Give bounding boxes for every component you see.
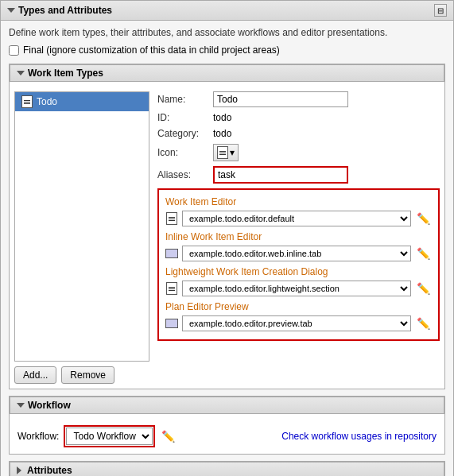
workflow-label: Workflow: <box>17 431 59 442</box>
inline-editor-label: Inline Work Item Editor <box>165 231 432 242</box>
plan-editor-label: Plan Editor Preview <box>165 301 432 312</box>
plan-editor-row: example.todo.editor.preview.tab ✏️ <box>165 315 432 331</box>
work-item-types-label: Work Item Types <box>28 68 103 79</box>
lightweight-editor-row: example.todo.editor.lightweight.section … <box>165 281 432 296</box>
workflow-collapse-icon <box>17 403 25 408</box>
monitor-icon <box>165 249 178 258</box>
type-list-box[interactable]: Todo <box>14 91 149 362</box>
workflow-edit-btn[interactable]: ✏️ <box>160 430 177 443</box>
work-item-editor-select[interactable]: example.todo.editor.default <box>182 211 411 226</box>
final-checkbox-label: Final (ignore customization of this data… <box>23 45 280 56</box>
types-and-attributes-panel: Types and Attributes ⊟ Define work item … <box>0 0 454 476</box>
aliases-label: Aliases: <box>157 169 213 180</box>
todo-type-icon <box>21 95 33 108</box>
lightweight-editor-icon <box>165 282 178 295</box>
work-item-editor-row: example.todo.editor.default ✏️ <box>165 211 432 226</box>
plan-editor-select[interactable]: example.todo.editor.preview.tab <box>182 315 411 331</box>
attributes-header: Attributes <box>10 462 444 476</box>
name-row: Name: <box>157 91 440 107</box>
icon-button[interactable]: ▾ <box>213 144 239 161</box>
workflow-section-header: Workflow <box>10 397 444 414</box>
panel-body: Define work item types, their attributes… <box>1 21 453 476</box>
workflow-section-label: Workflow <box>28 400 71 411</box>
lightweight-editor-edit-btn[interactable]: ✏️ <box>415 282 432 295</box>
editors-box: Work Item Editor example.todo.editor.def… <box>157 188 440 341</box>
type-list: Todo Add... Remove <box>14 91 149 384</box>
work-item-editor-icon <box>165 212 178 225</box>
work-item-types-header: Work Item Types <box>10 64 444 82</box>
name-label: Name: <box>157 94 213 105</box>
attributes-label: Attributes <box>27 465 72 476</box>
final-checkbox[interactable] <box>9 45 19 56</box>
work-item-editor-edit-btn[interactable]: ✏️ <box>415 212 432 225</box>
add-button[interactable]: Add... <box>14 366 56 384</box>
attributes-section: Attributes <box>9 461 445 476</box>
lightweight-label: Lightweight Work Item Creation Dialog <box>165 266 432 277</box>
icon-doc-icon <box>217 146 228 159</box>
inline-editor-edit-btn[interactable]: ✏️ <box>415 247 432 260</box>
id-label: ID: <box>157 112 213 123</box>
doc-list-icon-2 <box>166 282 177 295</box>
inline-editor-icon <box>165 247 178 260</box>
panel-header: Types and Attributes ⊟ <box>1 1 453 21</box>
id-value: todo <box>213 112 231 123</box>
icon-label: Icon: <box>157 147 213 158</box>
name-input[interactable] <box>213 91 348 107</box>
aliases-row: Aliases: <box>157 166 440 184</box>
workflow-select[interactable]: Todo Workflow <box>66 428 153 445</box>
type-properties: Name: ID: todo Category: todo Icon: <box>157 91 440 384</box>
final-checkbox-row: Final (ignore customization of this data… <box>9 45 445 56</box>
work-item-types-section: Work Item Types Todo Add... <box>9 64 445 389</box>
workflow-left: Workflow: Todo Workflow ✏️ <box>17 425 177 447</box>
panel-header-left: Types and Attributes <box>7 5 112 16</box>
workflow-body: Workflow: Todo Workflow ✏️ Check workflo… <box>10 419 444 454</box>
workflow-select-wrapper: Todo Workflow <box>64 425 155 447</box>
category-row: Category: todo <box>157 128 440 139</box>
type-buttons: Add... Remove <box>14 366 149 384</box>
panel-title: Types and Attributes <box>18 5 112 16</box>
remove-button[interactable]: Remove <box>61 366 114 384</box>
lightweight-editor-select[interactable]: example.todo.editor.lightweight.section <box>182 281 411 296</box>
plan-editor-icon <box>165 317 178 330</box>
inline-editor-select[interactable]: example.todo.editor.web.inline.tab <box>182 246 411 261</box>
collapse-triangle-icon <box>7 8 15 13</box>
work-item-types-inner: Todo Add... Remove Name: ID: <box>10 87 444 389</box>
monitor-icon-2 <box>165 319 178 328</box>
workflow-section: Workflow Workflow: Todo Workflow ✏️ Chec… <box>9 396 445 455</box>
list-item[interactable]: Todo <box>15 92 149 111</box>
icon-row: Icon: ▾ <box>157 144 440 161</box>
id-row: ID: todo <box>157 112 440 123</box>
workflow-check-link[interactable]: Check workflow usages in repository <box>281 431 437 442</box>
description-text: Define work item types, their attributes… <box>9 27 445 38</box>
category-label: Category: <box>157 128 213 139</box>
panel-collapse-button[interactable]: ⊟ <box>434 4 447 17</box>
aliases-input[interactable] <box>213 166 348 184</box>
work-item-editor-label: Work Item Editor <box>165 196 432 207</box>
inline-editor-row: example.todo.editor.web.inline.tab ✏️ <box>165 246 432 261</box>
attributes-collapse-icon <box>17 466 21 474</box>
doc-list-icon <box>166 212 177 225</box>
section-collapse-icon <box>17 71 25 75</box>
todo-type-label: Todo <box>37 96 57 107</box>
plan-editor-edit-btn[interactable]: ✏️ <box>415 317 432 330</box>
icon-dropdown-arrow: ▾ <box>230 147 235 158</box>
category-value: todo <box>213 128 231 139</box>
